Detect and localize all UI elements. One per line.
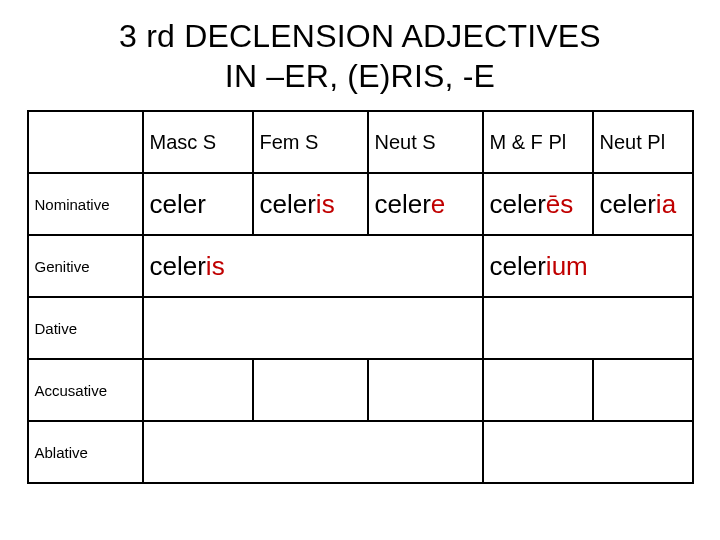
slide-title: 3 rd DECLENSION ADJECTIVES IN –ER, (E)RI… — [20, 16, 700, 96]
row-nominative: Nominative celer celeris celere celerēs … — [28, 173, 693, 235]
dat-plural — [483, 297, 693, 359]
case-accusative: Accusative — [28, 359, 143, 421]
header-neut-pl: Neut Pl — [593, 111, 693, 173]
abl-singular — [143, 421, 483, 483]
declension-table: Masc S Fem S Neut S M & F Pl Neut Pl Nom… — [27, 110, 694, 484]
nom-mfpl: celerēs — [483, 173, 593, 235]
nom-neut: celere — [368, 173, 483, 235]
dat-singular — [143, 297, 483, 359]
row-dative: Dative — [28, 297, 693, 359]
acc-mfpl — [483, 359, 593, 421]
header-row: Masc S Fem S Neut S M & F Pl Neut Pl — [28, 111, 693, 173]
nom-fem: celeris — [253, 173, 368, 235]
gen-plural: celerium — [483, 235, 693, 297]
header-blank — [28, 111, 143, 173]
acc-neut — [368, 359, 483, 421]
nom-masc: celer — [143, 173, 253, 235]
row-ablative: Ablative — [28, 421, 693, 483]
nom-npl: celeria — [593, 173, 693, 235]
header-masc-s: Masc S — [143, 111, 253, 173]
case-ablative: Ablative — [28, 421, 143, 483]
row-genitive: Genitive celeris celerium — [28, 235, 693, 297]
case-nominative: Nominative — [28, 173, 143, 235]
header-neut-s: Neut S — [368, 111, 483, 173]
acc-fem — [253, 359, 368, 421]
case-dative: Dative — [28, 297, 143, 359]
acc-masc — [143, 359, 253, 421]
abl-plural — [483, 421, 693, 483]
title-line2: IN –ER, (E)RIS, -E — [225, 58, 495, 94]
gen-singular: celeris — [143, 235, 483, 297]
acc-npl — [593, 359, 693, 421]
row-accusative: Accusative — [28, 359, 693, 421]
header-mf-pl: M & F Pl — [483, 111, 593, 173]
case-genitive: Genitive — [28, 235, 143, 297]
title-line1: 3 rd DECLENSION ADJECTIVES — [119, 18, 601, 54]
header-fem-s: Fem S — [253, 111, 368, 173]
